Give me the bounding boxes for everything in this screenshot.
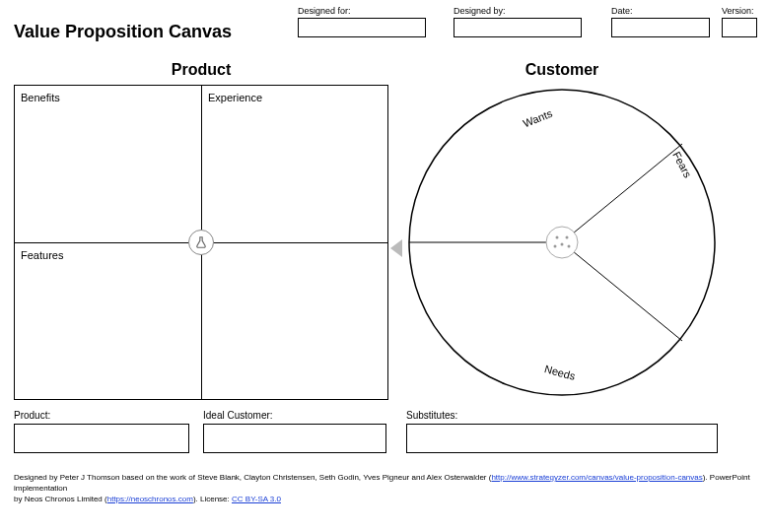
flask-icon — [188, 230, 214, 255]
input-designed-for[interactable] — [298, 18, 426, 37]
label-version: Version: — [722, 6, 757, 16]
label-features: Features — [21, 249, 63, 261]
footer-text-2b: ). License: — [193, 495, 232, 503]
svg-point-5 — [556, 236, 559, 239]
label-substitutes: Substitutes: — [406, 410, 718, 421]
input-ideal-customer[interactable] — [203, 424, 386, 453]
field-ideal-customer: Ideal Customer: — [203, 410, 386, 453]
field-designed-for: Designed for: — [298, 6, 426, 37]
field-product: Product: — [14, 410, 189, 453]
page-title: Value Proposition Canvas — [14, 22, 232, 42]
label-designed-by: Designed by: — [454, 6, 582, 16]
product-box: Benefits Experience Features — [14, 85, 388, 400]
connector-arrow-icon — [390, 239, 402, 257]
label-date: Date: — [611, 6, 710, 16]
field-designed-by: Designed by: — [454, 6, 582, 37]
label-product: Product: — [14, 410, 189, 421]
label-benefits: Benefits — [21, 92, 60, 103]
label-ideal-customer: Ideal Customer: — [203, 410, 386, 421]
input-version[interactable] — [722, 18, 757, 37]
label-experience: Experience — [208, 92, 262, 103]
footer-link-license[interactable]: CC BY-SA 3.0 — [232, 495, 281, 503]
svg-point-7 — [561, 243, 564, 246]
customer-circle: Wants Fears Needs — [404, 85, 720, 400]
label-designed-for: Designed for: — [298, 6, 426, 16]
customer-heading: Customer — [404, 61, 720, 79]
footer-text-1a: Designed by Peter J Thomson based on the… — [14, 473, 491, 482]
footer-link-strategyzer[interactable]: http://www.strategyzer.com/canvas/value-… — [491, 473, 702, 482]
field-version: Version: — [722, 6, 757, 37]
footer-link-neos[interactable]: https://neoschronos.com — [107, 495, 193, 503]
svg-point-8 — [554, 245, 557, 248]
input-substitutes[interactable] — [406, 424, 718, 453]
input-date[interactable] — [611, 18, 710, 37]
input-product[interactable] — [14, 424, 189, 453]
svg-point-9 — [568, 245, 571, 248]
canvas-page: Value Proposition Canvas Designed for: D… — [0, 0, 769, 532]
product-heading: Product — [14, 61, 388, 79]
svg-point-6 — [566, 236, 569, 239]
customer-circle-svg — [404, 85, 720, 400]
footer-text-2a: by Neos Chronos Limited ( — [14, 495, 107, 503]
footer-attribution: Designed by Peter J Thomson based on the… — [14, 473, 755, 504]
svg-point-4 — [546, 227, 578, 258]
input-designed-by[interactable] — [454, 18, 582, 37]
field-substitutes: Substitutes: — [406, 410, 718, 453]
field-date: Date: — [611, 6, 710, 37]
